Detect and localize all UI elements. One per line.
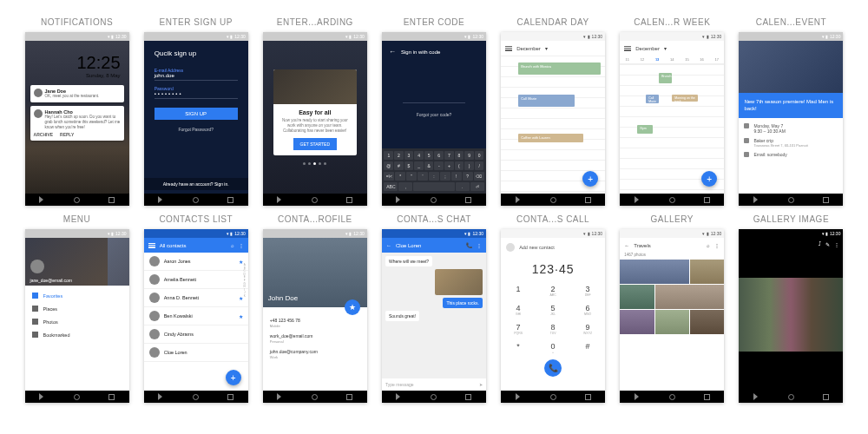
- back-icon[interactable]: [635, 393, 641, 400]
- key-2[interactable]: 2ABC: [536, 281, 570, 300]
- key-hash[interactable]: #: [570, 339, 605, 358]
- event[interactable]: Gym: [637, 125, 653, 134]
- menu-icon[interactable]: [505, 46, 512, 51]
- home-icon[interactable]: [669, 394, 675, 400]
- recent-icon[interactable]: [585, 197, 591, 203]
- add-contact-fab[interactable]: +: [226, 370, 241, 385]
- photo-thumb[interactable]: [690, 260, 724, 284]
- event[interactable]: Call Marie: [646, 95, 659, 103]
- back-icon[interactable]: [396, 196, 402, 203]
- full-image[interactable]: [739, 278, 843, 352]
- phone-code[interactable]: ▾ ▮ 12:30 ← Sign in with code Forgot you…: [382, 32, 486, 206]
- back-icon[interactable]: [158, 196, 164, 203]
- signin-link[interactable]: Already have an account? Sign in.: [144, 178, 248, 190]
- code-input[interactable]: [403, 95, 465, 103]
- recent-icon[interactable]: [108, 197, 115, 203]
- contact-item[interactable]: Ben Kowalski★: [144, 307, 248, 326]
- archive-button[interactable]: ARCHIVE: [34, 132, 54, 137]
- event[interactable]: Call Marie: [518, 95, 575, 107]
- phone-gallery[interactable]: ▾ ▮ 12:30 ← Travels ⌕ ⋮ 1467 photos: [620, 229, 724, 403]
- phone-chat[interactable]: ▾ ▮ 12:30 ← Cloe Loren 📞 ⋮ Where will we…: [382, 229, 486, 403]
- recent-icon[interactable]: [585, 394, 591, 400]
- recent-icon[interactable]: [704, 394, 710, 400]
- phone-cal-week[interactable]: ▾ ▮ 12:30 December ▾ 11121314151617 Brun…: [620, 32, 724, 206]
- phone-cal-event[interactable]: ▾ ▮ 12:30 New 7th season premiere! Mad M…: [739, 32, 843, 206]
- phone-menu[interactable]: ▾ ▮ 12:30 jane_doe@email.com Favorites P…: [25, 229, 129, 403]
- week-grid[interactable]: Brunch Call Marie Morning on the track G…: [620, 64, 724, 194]
- phone-cal-day[interactable]: ▾ ▮ 12:30 December ▾ Brunch with Monica …: [501, 32, 605, 206]
- more-icon[interactable]: ⋮: [239, 242, 244, 248]
- key-4[interactable]: 4GHI: [501, 300, 536, 319]
- back-icon[interactable]: [753, 196, 760, 203]
- key-1[interactable]: 1: [501, 281, 536, 300]
- messages[interactable]: Where will we meet? This place rocks. So…: [382, 253, 486, 378]
- forgot-link[interactable]: Forgot Password?: [155, 127, 238, 132]
- contact-item[interactable]: Amelia Bennett: [144, 271, 248, 289]
- add-fab[interactable]: +: [701, 171, 717, 187]
- home-icon[interactable]: [74, 197, 80, 203]
- photo-thumb[interactable]: [655, 310, 689, 334]
- search-icon[interactable]: ⌕: [707, 243, 710, 248]
- month-select[interactable]: December: [635, 46, 660, 51]
- home-icon[interactable]: [669, 197, 675, 203]
- key-0[interactable]: 0+: [536, 339, 570, 358]
- day-grid[interactable]: Brunch with Monica Call Marie Coffee wit…: [501, 56, 605, 194]
- phone-notifications[interactable]: ▾ ▮ 12:30 12:25 Sunday, 8 May Jane Doe O…: [25, 32, 129, 206]
- get-started-button[interactable]: GET STARTED: [293, 138, 337, 150]
- more-icon[interactable]: ⋮: [714, 242, 720, 248]
- notification-card[interactable]: Jane Doe OK, meet you at the restaurant.: [30, 85, 124, 102]
- recent-icon[interactable]: [704, 197, 710, 203]
- photo-thumb[interactable]: [620, 310, 654, 334]
- back-arrow-icon[interactable]: ←: [624, 243, 629, 248]
- key-5[interactable]: 5JKL: [536, 300, 570, 319]
- key-9[interactable]: 9WXYZ: [570, 319, 605, 339]
- photo-thumb[interactable]: [620, 260, 689, 284]
- photo-thumb[interactable]: [620, 285, 654, 309]
- home-icon[interactable]: [74, 394, 80, 400]
- send-icon[interactable]: ➤: [479, 382, 483, 387]
- home-icon[interactable]: [550, 394, 556, 400]
- more-icon[interactable]: ⋮: [834, 241, 839, 247]
- back-icon[interactable]: [277, 393, 283, 400]
- add-fab[interactable]: +: [582, 171, 598, 187]
- home-icon[interactable]: [788, 197, 794, 203]
- phone-dialer[interactable]: ▾ ▮ 12:30 Add new contact 123·45 1 2ABC …: [501, 229, 605, 403]
- home-icon[interactable]: [193, 394, 199, 400]
- edit-icon[interactable]: ✎: [825, 241, 830, 247]
- forgot-code-link[interactable]: Forgot your code?: [417, 112, 452, 117]
- search-icon[interactable]: ⌕: [231, 243, 234, 248]
- recent-icon[interactable]: [823, 197, 829, 203]
- event[interactable]: Coffee with Lauren: [518, 134, 583, 142]
- event[interactable]: Brunch with Monica: [518, 62, 601, 75]
- message-out[interactable]: This place rocks.: [443, 298, 483, 308]
- recent-icon[interactable]: [227, 394, 233, 400]
- call-fab[interactable]: 📞: [544, 359, 562, 377]
- back-icon[interactable]: [396, 393, 402, 400]
- notification-card[interactable]: Hannah Cho Hey! Let's catch up soon. Do …: [30, 106, 124, 141]
- password-field[interactable]: ••••••••: [155, 91, 238, 99]
- home-icon[interactable]: [312, 394, 318, 400]
- recent-icon[interactable]: [346, 394, 352, 400]
- back-icon[interactable]: [277, 196, 283, 203]
- key-6[interactable]: 6MNO: [570, 300, 605, 319]
- phone-profile[interactable]: ▾ ▮ 12:30 John Doe ★ +48 123 456 78 Mobi…: [263, 229, 367, 403]
- home-icon[interactable]: [193, 197, 199, 203]
- contact-item[interactable]: Cloe Loren: [144, 344, 248, 362]
- menu-icon[interactable]: [624, 46, 631, 51]
- back-arrow-icon[interactable]: ←: [389, 48, 396, 56]
- image-viewer[interactable]: ⤴ ✎ ⋮: [739, 238, 843, 391]
- phone-signup[interactable]: ▾ ▮ 12:30 Qucik sign up E-mail Address j…: [144, 32, 248, 206]
- message-input[interactable]: Type message➤: [382, 378, 486, 391]
- back-icon[interactable]: [516, 196, 522, 203]
- recent-icon[interactable]: [346, 197, 352, 203]
- recent-icon[interactable]: [108, 394, 115, 400]
- email-field[interactable]: john.doe: [155, 73, 238, 81]
- signup-button[interactable]: SIGN UP: [155, 108, 238, 120]
- event[interactable]: Morning on the track: [672, 95, 698, 102]
- dialed-number[interactable]: 123·45: [501, 257, 605, 281]
- month-select[interactable]: December: [516, 46, 541, 51]
- phone-onboarding[interactable]: ▾ ▮ 12:30 Easy for all Now you're ready …: [263, 32, 367, 206]
- share-icon[interactable]: ⤴: [819, 241, 821, 247]
- recent-icon[interactable]: [465, 394, 471, 400]
- home-icon[interactable]: [312, 197, 318, 203]
